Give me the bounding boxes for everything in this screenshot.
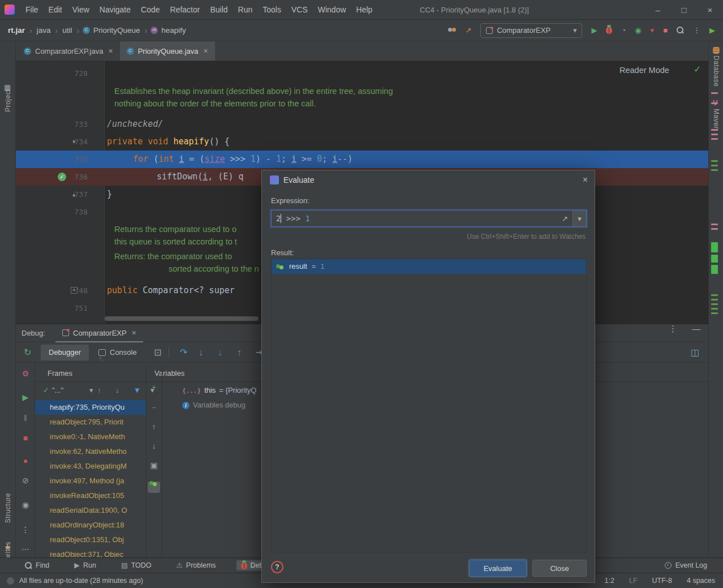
stripe-mark[interactable] (711, 312, 718, 314)
frame-row[interactable]: readObject:371, Objec (35, 547, 146, 557)
indent-indicator[interactable]: 4 spaces (687, 573, 715, 588)
force-step-into-icon[interactable]: ↓ (218, 342, 222, 363)
line-number[interactable]: 737 (16, 186, 105, 203)
menu-tools[interactable]: Tools (257, 0, 286, 20)
stripe-mark[interactable] (711, 102, 718, 104)
thread-selector[interactable]: "..." (52, 382, 63, 399)
add-watch-icon[interactable]: + (146, 383, 162, 391)
menu-refactor[interactable]: Refactor (165, 0, 205, 20)
background-task-icon[interactable]: ◌ (252, 562, 257, 569)
stripe-mark[interactable] (711, 294, 718, 296)
frame-row[interactable]: invoke0:-1, NativeMeth (35, 430, 146, 444)
debug-session-tab[interactable]: ComparatorEXP × (55, 324, 143, 342)
toolwindow-button-run[interactable]: ▶Run (70, 560, 101, 570)
result-tree[interactable]: result = 1 (271, 259, 587, 552)
error-stripe[interactable] (711, 41, 718, 557)
debug-bug-button[interactable] (606, 27, 612, 34)
stripe-structure[interactable]: Structure (4, 493, 12, 523)
breadcrumb-priorityqueue[interactable]: PriorityQueue (93, 26, 140, 35)
frame-row[interactable]: readSerialData:1900, O (35, 503, 146, 518)
expand-editor-icon[interactable]: ↗ (562, 215, 568, 222)
frame-row[interactable]: heapify:735, PriorityQu (35, 400, 146, 415)
frame-row[interactable]: readOrdinaryObject:18 (35, 518, 146, 533)
copy-icon[interactable]: ▣ (146, 461, 162, 469)
frame-row[interactable]: invoke:43, DelegatingM (35, 459, 146, 474)
frame-row[interactable]: invokeReadObject:105 (35, 488, 146, 503)
frame-up-icon[interactable]: ↑ (97, 382, 101, 399)
tab-priorityqueue-java[interactable]: PriorityQueue.java× (120, 41, 215, 61)
menu-run[interactable]: Run (233, 0, 258, 20)
stripe-mark[interactable] (711, 265, 718, 274)
run-button[interactable]: ▶ (591, 27, 597, 34)
restore-layout-icon[interactable]: ◫ (691, 348, 699, 357)
caret-position[interactable]: 1:2 (605, 573, 614, 588)
remove-watch-icon[interactable]: − (146, 404, 162, 411)
menu-code[interactable]: Code (136, 0, 165, 20)
stripe-mark[interactable] (711, 165, 718, 166)
move-down-icon[interactable]: ↓ (146, 442, 162, 450)
more-vertical-icon[interactable]: ⋮ (693, 27, 700, 34)
toolwindow-button-problems[interactable]: ⚠Problems (172, 560, 221, 570)
menu-edit[interactable]: Edit (44, 0, 67, 20)
profiler-button[interactable]: ◉ (635, 27, 641, 34)
hide-panel-icon[interactable]: — (692, 324, 700, 333)
step-into-icon[interactable]: ↓ (199, 342, 203, 363)
expression-history-dropdown[interactable]: ▾ (573, 211, 586, 226)
stripe-mark[interactable] (711, 255, 718, 263)
event-log-button[interactable]: Event Log (665, 561, 707, 569)
tab-debugger[interactable]: Debugger (41, 345, 89, 360)
minimize-button[interactable]: – (645, 0, 671, 20)
fold-expand-icon[interactable]: + (71, 287, 78, 294)
resume-button[interactable]: ▶ (16, 393, 35, 401)
menu-build[interactable]: Build (205, 0, 233, 20)
result-row[interactable]: result = 1 (272, 259, 586, 274)
stop-button[interactable]: ■ (663, 27, 668, 34)
encoding-indicator[interactable]: UTF-8 (652, 573, 672, 588)
breadcrumb-heapify[interactable]: heapify (161, 26, 186, 35)
stripe-mark[interactable] (711, 303, 718, 305)
stripe-project[interactable]: Project (4, 89, 12, 112)
menu-help[interactable]: Help (351, 0, 378, 20)
reader-mode-label[interactable]: Reader Mode (619, 66, 669, 75)
pause-button[interactable]: ‖ (16, 414, 35, 422)
stripe-mark[interactable] (711, 138, 718, 140)
filter-icon[interactable]: ▼ (134, 382, 141, 399)
search-everywhere-button[interactable] (677, 27, 684, 34)
view-breakpoints-button[interactable]: ● (16, 457, 35, 465)
toolwindow-button-todo[interactable]: ▤TODO (117, 560, 156, 570)
breadcrumb-util[interactable]: util (62, 26, 72, 35)
tab-comparatorexp-java[interactable]: ComparatorEXP.java× (17, 41, 120, 61)
frames-list[interactable]: heapify:735, PriorityQureadObject:795, P… (35, 400, 146, 557)
line-number[interactable]: 735 (16, 151, 105, 168)
more-horizontal-icon[interactable]: ⋯ (16, 545, 35, 553)
coverage-button[interactable]: ◔ (621, 27, 626, 34)
settings-gear-icon[interactable]: ⚙ (16, 370, 35, 377)
close-button[interactable]: × (697, 0, 723, 20)
chevron-down-icon[interactable]: ▾ (89, 382, 93, 399)
frame-row[interactable]: readObject0:1351, Obj (35, 533, 146, 547)
stripe-mark[interactable] (711, 169, 718, 171)
stripe-mark[interactable] (711, 228, 718, 230)
updates-icon[interactable]: ▶ (709, 27, 715, 34)
evaluate-expression-icon[interactable] (149, 480, 158, 487)
stripe-mark[interactable] (711, 299, 718, 301)
expression-input[interactable]: 2 >>> 1 ↗ ▾ (271, 210, 587, 227)
stop-button[interactable]: ■ (16, 434, 35, 442)
move-up-icon[interactable]: ↑ (146, 423, 162, 431)
line-number[interactable]: 738 (16, 203, 105, 221)
frame-row[interactable]: invoke:497, Method (ja (35, 474, 146, 488)
horizontal-scrollbar[interactable] (105, 316, 259, 321)
line-number[interactable]: 751 (16, 299, 105, 317)
more-options-icon[interactable]: ⋮ (669, 324, 677, 333)
run-configuration-select[interactable]: ComparatorEXP ▾ (480, 23, 582, 38)
menu-navigate[interactable]: Navigate (94, 0, 136, 20)
stripe-mark[interactable] (711, 308, 718, 310)
breadcrumb-java[interactable]: java (37, 26, 51, 35)
run-options-chevron-icon[interactable]: ▾ (651, 27, 655, 34)
breakpoint-verified-icon[interactable]: ✓ (58, 173, 66, 181)
frame-down-icon[interactable]: ↓ (115, 382, 119, 399)
thread-dump-button[interactable]: ◉ (16, 501, 35, 509)
step-out-icon[interactable]: ↑ (237, 342, 242, 363)
toolwindow-button-find[interactable]: Find (20, 560, 54, 570)
close-icon[interactable]: × (132, 329, 136, 337)
